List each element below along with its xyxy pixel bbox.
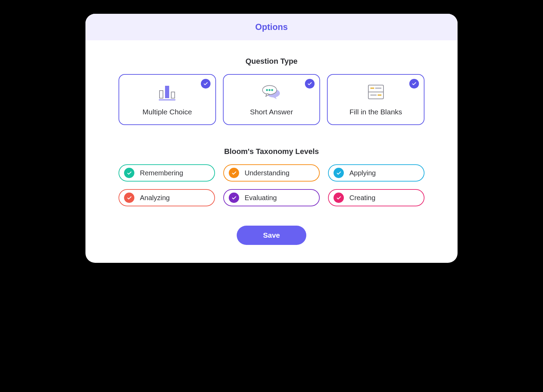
question-type-short-answer[interactable]: Short Answer	[223, 74, 320, 125]
question-type-multiple-choice[interactable]: Multiple Choice	[119, 74, 216, 125]
svg-point-6	[266, 89, 268, 91]
svg-rect-0	[160, 91, 163, 98]
check-icon	[305, 79, 315, 89]
bloom-pill-understanding[interactable]: Understanding	[223, 164, 320, 182]
svg-rect-12	[375, 87, 381, 89]
check-icon	[409, 79, 419, 89]
check-icon	[229, 168, 239, 178]
svg-rect-2	[171, 92, 175, 98]
check-icon	[334, 193, 344, 203]
svg-rect-14	[378, 94, 381, 96]
bloom-pill-label: Creating	[349, 194, 376, 202]
svg-point-7	[269, 89, 271, 91]
svg-rect-11	[370, 87, 374, 89]
save-button[interactable]: Save	[237, 226, 306, 245]
question-type-label: Short Answer	[250, 108, 293, 116]
modal-header: Options	[85, 14, 458, 40]
options-modal: Options Question Type Multiple Choice	[85, 14, 458, 263]
bloom-pill-creating[interactable]: Creating	[328, 189, 424, 206]
check-icon	[124, 168, 134, 178]
bloom-pill-remembering[interactable]: Remembering	[119, 164, 215, 182]
check-icon	[334, 168, 344, 178]
save-row: Save	[119, 226, 424, 245]
question-type-label: Multiple Choice	[143, 108, 192, 116]
svg-point-8	[271, 89, 273, 91]
bloom-pill-label: Evaluating	[245, 194, 277, 202]
bloom-pill-label: Applying	[349, 169, 376, 177]
bloom-grid: Remembering Understanding Applying Analy…	[119, 164, 424, 206]
bloom-pill-analyzing[interactable]: Analyzing	[119, 189, 215, 206]
question-type-heading: Question Type	[119, 57, 424, 66]
svg-rect-1	[165, 86, 169, 98]
bar-chart-icon	[157, 83, 177, 101]
bloom-pill-label: Analyzing	[140, 194, 170, 202]
form-lines-icon	[366, 83, 386, 101]
question-type-row: Multiple Choice S	[119, 74, 424, 125]
modal-body: Question Type Multiple Choice	[85, 40, 458, 263]
bloom-pill-applying[interactable]: Applying	[328, 164, 424, 182]
check-icon	[229, 193, 239, 203]
svg-rect-13	[370, 94, 377, 96]
bloom-heading: Bloom's Taxonomy Levels	[119, 147, 424, 156]
chat-bubbles-icon	[261, 83, 282, 101]
bloom-pill-label: Understanding	[245, 169, 289, 177]
bloom-pill-label: Remembering	[140, 169, 183, 177]
question-type-label: Fill in the Blanks	[349, 108, 402, 116]
question-type-fill-blanks[interactable]: Fill in the Blanks	[327, 74, 424, 125]
bloom-pill-evaluating[interactable]: Evaluating	[223, 189, 320, 206]
modal-title: Options	[85, 22, 458, 32]
check-icon	[124, 193, 134, 203]
check-icon	[201, 79, 211, 89]
